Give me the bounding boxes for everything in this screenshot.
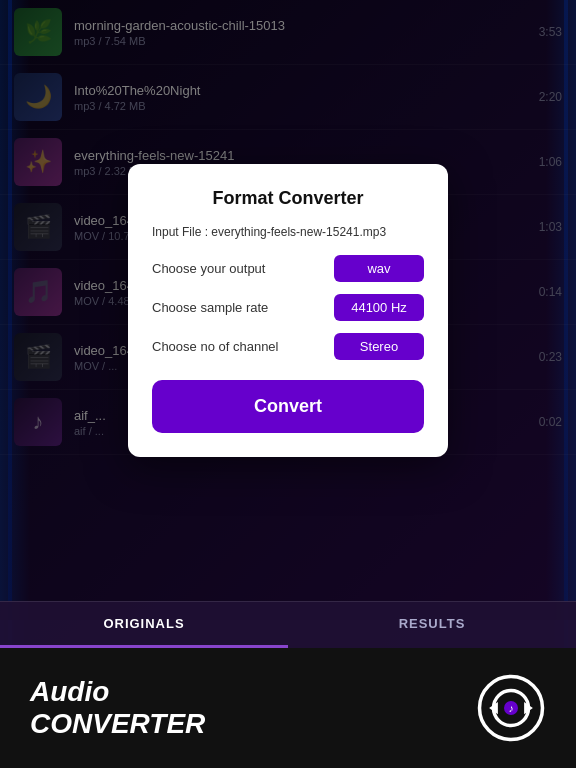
modal-title: Format Converter bbox=[152, 188, 424, 209]
channel-row: Choose no of channel Stereo bbox=[152, 333, 424, 360]
tab-results[interactable]: RESULTS bbox=[288, 602, 576, 648]
bottom-tabs: ORIGINALS RESULTS bbox=[0, 601, 576, 648]
format-converter-modal: Format Converter Input File : everything… bbox=[128, 164, 448, 457]
main-content: 🌿 morning-garden-acoustic-chill-15013 mp… bbox=[0, 0, 576, 620]
output-select-button[interactable]: wav bbox=[334, 255, 424, 282]
brand-icon: ♪ bbox=[476, 673, 546, 743]
brand-converter-label: CONVERTER bbox=[30, 708, 456, 740]
sample-rate-label: Choose sample rate bbox=[152, 300, 334, 315]
convert-button[interactable]: Convert bbox=[152, 380, 424, 433]
tab-originals[interactable]: ORIGINALS bbox=[0, 602, 288, 648]
brand-text-block: Audio CONVERTER bbox=[30, 676, 456, 740]
channel-select-button[interactable]: Stereo bbox=[334, 333, 424, 360]
modal-input-file: Input File : everything-feels-new-15241.… bbox=[152, 225, 424, 239]
bottom-brand: Audio CONVERTER ♪ bbox=[0, 648, 576, 768]
modal-overlay: Format Converter Input File : everything… bbox=[0, 0, 576, 620]
channel-label: Choose no of channel bbox=[152, 339, 334, 354]
output-label: Choose your output bbox=[152, 261, 334, 276]
sample-rate-row: Choose sample rate 44100 Hz bbox=[152, 294, 424, 321]
sample-rate-select-button[interactable]: 44100 Hz bbox=[334, 294, 424, 321]
output-row: Choose your output wav bbox=[152, 255, 424, 282]
svg-text:♪: ♪ bbox=[508, 702, 513, 714]
brand-audio-label: Audio bbox=[30, 676, 456, 708]
